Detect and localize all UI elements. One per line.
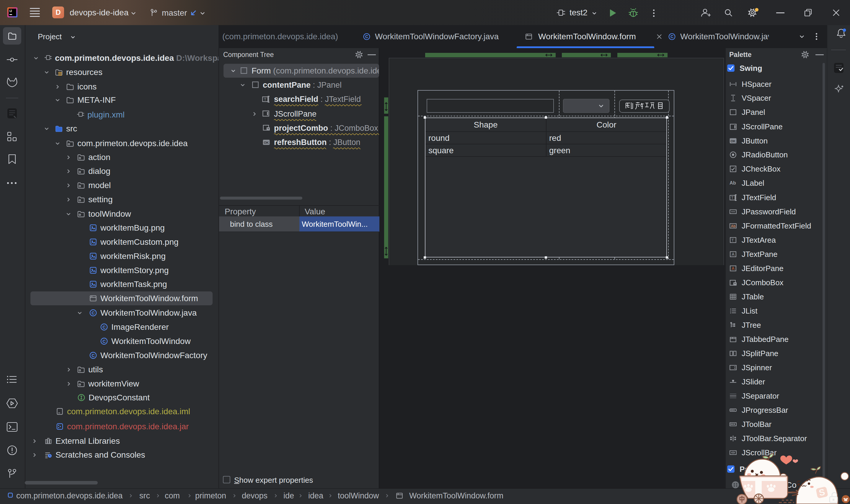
svg-text:C: C [103,339,106,344]
svg-text:C: C [670,34,673,39]
svg-text:IJ: IJ [10,10,12,13]
svg-text:C: C [92,311,95,315]
svg-text:Ab: Ab [729,180,736,185]
svg-text:C: C [365,34,368,39]
svg-text:Ab: Ab [731,224,736,228]
svg-text:T: T [264,97,266,102]
svg-text:C: C [103,325,106,329]
svg-text:T: T [731,196,734,200]
svg-text:A: A [731,266,735,271]
svg-text:OK: OK [730,139,736,143]
svg-text:A: A [731,252,735,256]
svg-text:OK: OK [264,141,269,144]
svg-text:C: C [92,353,95,358]
svg-text:T: T [731,238,734,242]
